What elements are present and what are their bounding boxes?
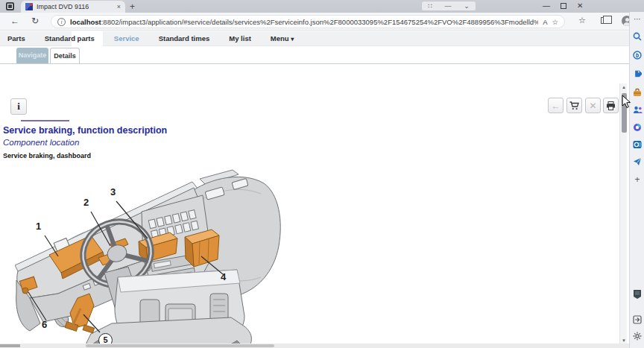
remove-button[interactable]: ✕ <box>585 98 601 113</box>
back-icon: ← <box>552 101 561 111</box>
back-icon[interactable]: ← <box>10 16 19 26</box>
capture-expand-icon[interactable]: ⌄ <box>464 2 470 10</box>
tab-actions-icon[interactable] <box>6 2 14 10</box>
favorites-icon[interactable]: ☆ <box>552 18 558 26</box>
tab-details[interactable]: Details <box>50 48 80 64</box>
info-icon: i <box>17 101 20 113</box>
menu-item-menu[interactable]: Menu ▾ <box>271 34 294 42</box>
copilot-icon[interactable] <box>632 50 643 60</box>
page-title: Service braking, function description <box>3 125 167 136</box>
tools-icon[interactable] <box>632 87 643 98</box>
section-subtitle: Component location <box>3 138 79 147</box>
mouse-cursor <box>622 95 631 109</box>
collections-icon[interactable] <box>601 17 608 24</box>
add-to-cart-button[interactable] <box>566 98 582 113</box>
history-back-button[interactable]: ← <box>548 98 564 113</box>
tab-navigate[interactable]: Navigate <box>16 48 48 63</box>
refresh-icon[interactable]: ↻ <box>31 16 39 26</box>
subtab-strip: Navigate Details <box>0 46 629 64</box>
menu-item-service[interactable]: Service <box>114 34 139 42</box>
capture-minimize-icon[interactable]: — <box>445 2 452 10</box>
outlook-icon[interactable] <box>632 139 643 150</box>
chevron-down-icon: ▾ <box>291 36 294 42</box>
callout-3: 3 <box>110 186 116 197</box>
games-icon[interactable] <box>632 122 643 133</box>
menu-item-standard-parts[interactable]: Standard parts <box>45 34 95 42</box>
capture-grid-icon[interactable]: ∷ <box>428 2 432 10</box>
browser-tab-active[interactable]: Impact DVD 9116 × <box>21 1 125 13</box>
url-text[interactable]: localhost:8802/impact3/application/#serv… <box>70 18 538 26</box>
browser-titlebar: Impact DVD 9116 × + ∷ — ⌄ — ✕ <box>0 0 644 13</box>
capture-widget[interactable]: ∷ — ⌄ <box>421 1 476 11</box>
tab-close-icon[interactable]: × <box>117 4 121 10</box>
details-pane: i ← ✕ Se <box>0 64 629 348</box>
minimize-button[interactable]: — <box>543 2 550 10</box>
browser-toolbar: ← ↻ i localhost:8802/impact3/application… <box>0 13 644 31</box>
dashboard-illustration: 1 2 3 4 5 6 <box>15 167 283 348</box>
exit-sidebar-icon[interactable] <box>632 314 643 325</box>
window-controls: — ✕ <box>535 0 583 12</box>
menu-item-standard-times[interactable]: Standard times <box>159 34 210 42</box>
callout-4: 4 <box>221 271 226 282</box>
more-options-icon[interactable]: ⋯ <box>632 13 643 24</box>
new-tab-button[interactable]: + <box>130 1 135 12</box>
dashboard-drawing <box>15 167 283 348</box>
link-underline-fragment <box>21 120 69 121</box>
tab-title: Impact DVD 9116 <box>37 3 113 10</box>
url-path: :8802/impact3/application/#service/detai… <box>101 18 538 26</box>
figure-caption: Service braking, dashboard <box>3 152 91 159</box>
maximize-button[interactable] <box>561 3 566 9</box>
cart-icon <box>569 101 579 110</box>
close-icon: ✕ <box>589 101 596 111</box>
callout-2: 2 <box>83 197 89 208</box>
horizontal-scrollbar[interactable] <box>0 344 629 348</box>
horizontal-scrollbar-segment[interactable] <box>0 344 20 347</box>
menu-item-parts[interactable]: Parts <box>7 34 25 42</box>
scroll-down-icon[interactable]: ▼ <box>620 338 628 343</box>
callout-6: 6 <box>42 319 47 330</box>
vertical-scrollbar[interactable]: ▲ ▼ <box>619 83 627 344</box>
info-button[interactable]: i <box>10 98 27 115</box>
callout-1: 1 <box>36 221 41 232</box>
address-bar[interactable]: i localhost:8802/impact3/application/#se… <box>51 15 565 28</box>
url-host: localhost <box>70 18 101 26</box>
drop-icon[interactable] <box>632 156 643 167</box>
horizontal-scrollbar-thumb[interactable] <box>86 344 274 347</box>
printer-icon <box>606 101 616 110</box>
promo-icon[interactable] <box>632 289 643 300</box>
read-aloud-icon[interactable]: A <box>543 18 547 26</box>
site-info-icon[interactable]: i <box>57 18 66 26</box>
close-button[interactable]: ✕ <box>577 2 583 10</box>
settings-gear-icon[interactable] <box>632 331 643 341</box>
add-favorite-icon[interactable]: ☆ <box>578 16 586 25</box>
shopping-icon[interactable] <box>632 69 643 79</box>
browser-window: Impact DVD 9116 × + ∷ — ⌄ — ✕ ← ↻ i loca… <box>0 0 644 348</box>
edge-sidebar: ⋯ + <box>629 12 644 348</box>
people-icon[interactable] <box>632 104 643 115</box>
menu-item-my-list[interactable]: My list <box>229 34 251 42</box>
impact-favicon <box>25 3 33 10</box>
print-button[interactable] <box>603 98 619 113</box>
scroll-up-icon[interactable]: ▲ <box>620 85 628 89</box>
add-to-sidebar-icon[interactable]: + <box>632 174 643 185</box>
impact-app: Parts Standard parts Service Standard ti… <box>0 31 629 348</box>
search-icon[interactable] <box>632 31 643 42</box>
